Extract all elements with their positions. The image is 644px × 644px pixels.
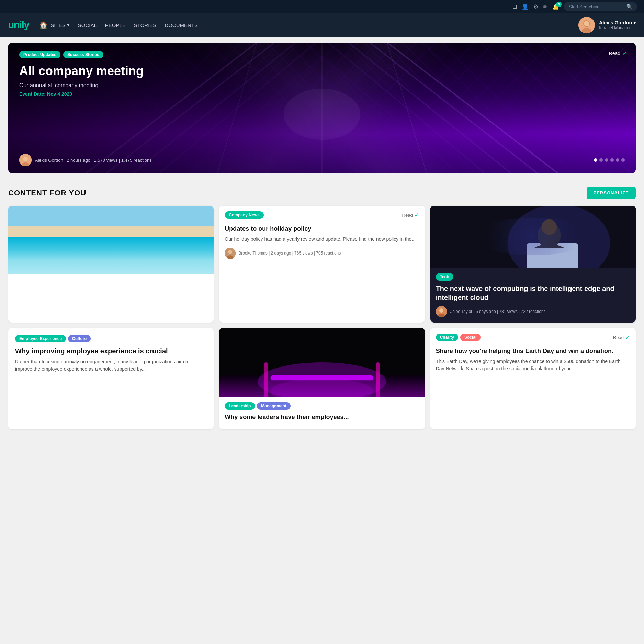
cards-row-1: Company News Read ✓ Updates to our holid…: [8, 206, 636, 323]
cards-row-2: Employee Experience Culture Why improvin…: [8, 328, 636, 429]
user-role: Intranet Manager: [599, 25, 636, 30]
personalize-button[interactable]: PERSONALIZE: [587, 187, 636, 199]
content-for-you-section: CONTENT FOR YOU PERSONALIZE Company News…: [0, 179, 644, 438]
card-earth-day-title: Share how you're helping this Earth Day …: [436, 347, 630, 355]
hero-carousel-dots: [594, 158, 625, 162]
svg-rect-37: [264, 362, 268, 397]
card-earth-day-excerpt: This Earth Day, we're giving employees t…: [436, 358, 630, 372]
card-emp-exp-tags: Employee Experience Culture: [15, 335, 207, 342]
grid-icon[interactable]: ⊞: [512, 3, 517, 10]
nav-social[interactable]: SOCIAL: [78, 22, 97, 28]
hero-footer: Alexis Gordon | 2 hours ago | 1,570 view…: [19, 154, 625, 166]
user-info: Alexis Gordon ▾ Intranet Manager: [599, 20, 636, 30]
logo: unily: [8, 20, 29, 31]
card-holiday-author: Brooke Thomas | 2 days ago | 765 views |…: [225, 248, 419, 259]
tag-employee-experience[interactable]: Employee Experience: [15, 335, 66, 342]
dot-2[interactable]: [599, 158, 603, 162]
svg-point-3: [584, 21, 589, 26]
tag-leadership[interactable]: Leadership: [225, 402, 255, 410]
dot-3[interactable]: [605, 158, 608, 162]
svg-point-26: [538, 223, 561, 248]
svg-point-27: [541, 219, 557, 235]
check-icon: ✓: [622, 49, 628, 57]
hero-content: Product Updates Success Stories All comp…: [8, 43, 636, 105]
user-icon[interactable]: 👤: [522, 3, 529, 10]
search-input[interactable]: [569, 4, 624, 9]
hero-tag-product[interactable]: Product Updates: [19, 51, 60, 58]
nav-people[interactable]: PEOPLE: [105, 22, 126, 28]
card-employee-experience[interactable]: Employee Experience Culture Why improvin…: [8, 328, 214, 429]
card-tech-tags: Tech: [436, 273, 630, 281]
svg-rect-32: [219, 375, 425, 397]
svg-point-17: [23, 157, 28, 161]
tag-tech[interactable]: Tech: [436, 273, 453, 281]
card-holiday-body: Company News Read ✓ Updates to our holid…: [219, 206, 425, 264]
hero-author-avatar: [19, 154, 32, 166]
svg-point-20: [228, 250, 232, 254]
hero-banner: Product Updates Success Stories All comp…: [8, 43, 636, 173]
card-emp-exp-title: Why improving employee experience is cru…: [15, 347, 207, 355]
read-check-icon: ✓: [414, 211, 419, 219]
card-holiday-policy[interactable]: Company News Read ✓ Updates to our holid…: [219, 206, 425, 323]
card-tech-title: The next wave of computing is the intell…: [436, 284, 630, 302]
tag-company-news[interactable]: Company News: [225, 211, 263, 219]
tag-charity[interactable]: Charity: [436, 334, 458, 341]
hero-author-info: Alexis Gordon | 2 hours ago | 1,570 view…: [19, 154, 152, 166]
neon-image: [219, 328, 425, 397]
tag-management[interactable]: Management: [257, 402, 290, 410]
tech-image: [430, 206, 636, 268]
notification-button[interactable]: 🔔 8: [552, 3, 559, 10]
card-holiday-excerpt: Our holiday policy has had a yearly revi…: [225, 236, 419, 243]
tag-culture[interactable]: Culture: [68, 335, 91, 342]
dropdown-arrow-icon: ▾: [67, 22, 70, 28]
section-header: CONTENT FOR YOU PERSONALIZE: [8, 187, 636, 199]
top-bar: ⊞ 👤 ⚙ ✏ 🔔 8 🔍: [0, 0, 644, 13]
edit-icon[interactable]: ✏: [543, 3, 547, 10]
dot-1[interactable]: [594, 158, 597, 162]
card-earth-day-body: Charity Social Read ✓ Share how you're h…: [430, 328, 636, 383]
nav-stories[interactable]: STORIES: [134, 22, 157, 28]
notification-badge: 8: [556, 2, 562, 7]
dot-6[interactable]: [621, 158, 625, 162]
card-earth-day[interactable]: Charity Social Read ✓ Share how you're h…: [430, 328, 636, 429]
card-read-badge: Read ✓: [402, 211, 419, 219]
svg-point-36: [271, 379, 373, 397]
home-nav-icon[interactable]: 🏠: [39, 21, 48, 29]
user-dropdown-icon: ▾: [633, 20, 636, 25]
hero-tag-success[interactable]: Success Stories: [63, 51, 103, 58]
network-icon[interactable]: ⚙: [533, 3, 538, 10]
nav-documents[interactable]: DOCUMENTS: [165, 22, 198, 28]
card-beach-image[interactable]: [8, 206, 214, 323]
nav-links: SITES ▾ SOCIAL PEOPLE STORIES DOCUMENTS: [50, 22, 578, 28]
hero-tags: Product Updates Success Stories: [19, 51, 625, 58]
hero-subtitle: Our annual all company meeting.: [19, 82, 625, 89]
card-holiday-title: Updates to our holiday policy: [225, 225, 419, 233]
earth-day-check-icon: ✓: [625, 334, 630, 341]
card-holiday-tags: Company News: [225, 211, 263, 219]
card-leadership[interactable]: Leadership Management Why some leaders h…: [219, 328, 425, 429]
card-author-avatar-chloe: [436, 306, 447, 317]
svg-point-29: [439, 308, 443, 313]
nav-sites[interactable]: SITES ▾: [50, 22, 69, 28]
card-earth-day-tags: Charity Social: [436, 334, 481, 341]
card-earth-day-read: Read ✓: [613, 334, 630, 341]
search-bar: 🔍: [564, 2, 637, 11]
card-tech-author: Chloe Taylor | 5 days ago | 781 views | …: [436, 306, 630, 317]
card-leadership-title: Why some leaders have their employees...: [225, 413, 419, 421]
user-name: Alexis Gordon ▾: [599, 20, 636, 25]
dot-5[interactable]: [616, 158, 619, 162]
card-emp-exp-body: Employee Experience Culture Why improvin…: [8, 328, 214, 384]
user-menu[interactable]: Alexis Gordon ▾ Intranet Manager: [578, 17, 636, 33]
svg-rect-38: [376, 362, 380, 397]
svg-rect-34: [271, 375, 373, 380]
card-author-meta-chloe: Chloe Taylor | 5 days ago | 781 views | …: [450, 309, 546, 314]
tag-social[interactable]: Social: [460, 334, 481, 341]
card-emp-exp-excerpt: Rather than focusing narrowly on engagem…: [15, 358, 207, 373]
hero-title: All company meeting: [19, 64, 174, 78]
hero-read-badge: Read ✓: [609, 49, 628, 57]
card-tech[interactable]: Tech The next wave of computing is the i…: [430, 206, 636, 323]
card-author-avatar-brooke: [225, 248, 236, 259]
svg-rect-24: [527, 243, 578, 268]
section-title: CONTENT FOR YOU: [8, 189, 86, 197]
dot-4[interactable]: [610, 158, 614, 162]
